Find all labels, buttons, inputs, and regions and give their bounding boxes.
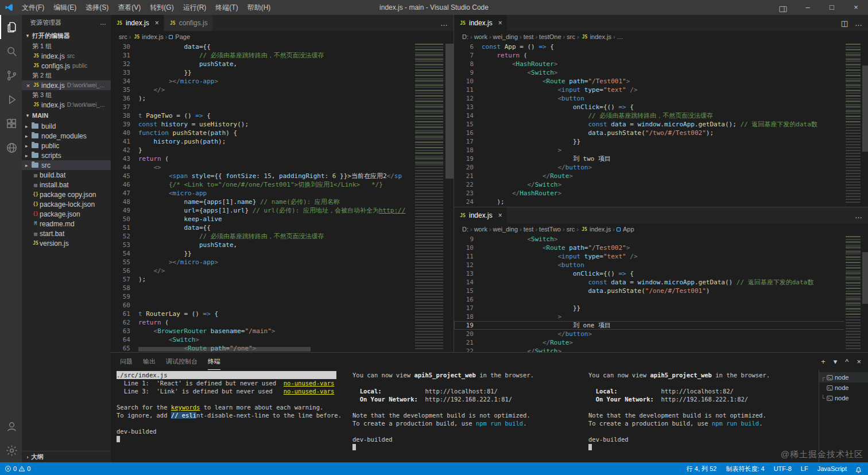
folder-item[interactable]: ▸src: [22, 160, 111, 170]
breadcrumb-item[interactable]: testTwo: [539, 226, 561, 233]
file-item[interactable]: {}package copy.json: [22, 190, 111, 199]
file-item[interactable]: {}package.json: [22, 209, 111, 219]
accounts-icon[interactable]: [0, 414, 22, 438]
more-icon[interactable]: …: [855, 211, 862, 220]
code-line[interactable]: 30 data={{: [111, 43, 454, 51]
notifications-bell-icon[interactable]: [851, 464, 862, 474]
open-editors-header[interactable]: ▾ 打开的编辑器: [22, 30, 111, 41]
code-line[interactable]: 24 );: [454, 198, 868, 206]
file-item[interactable]: JSversion.js: [22, 238, 111, 248]
panel-action[interactable]: ×: [857, 357, 861, 366]
status-item[interactable]: JavaScript: [813, 462, 851, 475]
code-line[interactable]: 10 <Route path="/Test001">: [454, 77, 868, 86]
vertical-scrollbar[interactable]: [862, 65, 868, 152]
file-item[interactable]: ▤start.bat: [22, 229, 111, 238]
status-item[interactable]: UTF-8: [769, 462, 796, 475]
code-line[interactable]: 43return (: [111, 155, 454, 163]
breadcrumb-item[interactable]: D:: [462, 33, 468, 40]
code-line[interactable]: 44 <>: [111, 163, 454, 172]
source-control-icon[interactable]: [0, 63, 22, 87]
code-line[interactable]: 21 </Route>: [454, 338, 868, 347]
folder-item[interactable]: ▸node_modules: [22, 131, 111, 141]
file-item[interactable]: {}package-lock.json: [22, 199, 111, 209]
code-line[interactable]: 59: [111, 292, 454, 301]
breadcrumb-item[interactable]: Page: [169, 33, 190, 40]
menu-item[interactable]: 文件(F): [17, 0, 49, 15]
menu-item[interactable]: 运行(R): [179, 0, 211, 15]
file-item[interactable]: ▤build.bat: [22, 170, 111, 180]
breadcrumb-item[interactable]: test: [524, 226, 534, 233]
code-line[interactable]: 34 ></micro-app>: [111, 77, 454, 86]
project-section-header[interactable]: ▾ MAIN: [22, 110, 111, 121]
code-editor[interactable]: 6const App = () => {7 return (8 <HashRou…: [454, 43, 868, 207]
code-line[interactable]: 15 const data = window.microApp.getData(…: [454, 120, 868, 129]
menu-item[interactable]: 选择(S): [81, 0, 113, 15]
code-line[interactable]: 15 data.pushState("/one/#/Test001"): [454, 287, 868, 295]
breadcrumb-item[interactable]: App: [617, 226, 634, 233]
code-line[interactable]: 60: [111, 301, 454, 310]
panel-action[interactable]: ^: [845, 357, 848, 366]
editor-tab[interactable]: JSconfigs.js: [164, 15, 213, 31]
outline-section[interactable]: › 大纲: [22, 451, 111, 462]
code-line[interactable]: 18 >: [454, 312, 868, 321]
editor-tab[interactable]: JSindex.js×: [111, 15, 164, 31]
code-line[interactable]: 61t RouterLay = () => {: [111, 310, 454, 318]
code-line[interactable]: 63 <BrowserRou­ter basename="/main">: [111, 327, 454, 335]
menu-item[interactable]: 查看(V): [113, 0, 145, 15]
breadcrumb-item[interactable]: JSindex.js: [580, 226, 611, 233]
folder-item[interactable]: ▸build: [22, 121, 111, 131]
breadcrumb-item[interactable]: test: [524, 33, 534, 40]
code-line[interactable]: 33 }}: [111, 68, 454, 77]
more-actions-icon[interactable]: …: [100, 19, 106, 26]
code-line[interactable]: 13 onClick={() => {: [454, 103, 868, 111]
code-line[interactable]: 50 keep-alive: [111, 215, 454, 223]
extensions-icon[interactable]: [0, 111, 22, 136]
terminal-list-item[interactable]: ┌node: [819, 372, 868, 383]
code-line[interactable]: 38t PageTwo = () => {: [111, 111, 454, 120]
open-editor-item[interactable]: ×JSindex.jsD:\work\wei_...: [22, 80, 111, 90]
code-line[interactable]: 18 >: [454, 146, 868, 155]
breadcrumb-item[interactable]: src: [119, 33, 127, 40]
code-line[interactable]: 21 </Route>: [454, 172, 868, 180]
breadcrumb-item[interactable]: src: [567, 226, 575, 233]
breadcrumb-item[interactable]: JSindex.js: [133, 33, 163, 40]
code-line[interactable]: 20 </button>: [454, 330, 868, 338]
code-line[interactable]: 52 // 必须由基座跳转路由，不然页面没法缓存: [111, 232, 454, 241]
menu-item[interactable]: 终端(T): [211, 0, 242, 15]
menu-item[interactable]: 帮助(H): [243, 0, 276, 15]
vertical-scrollbar[interactable]: [862, 252, 868, 304]
settings-gear-icon[interactable]: [0, 438, 22, 462]
code-line[interactable]: 49 url={apps[1].url} // url(必传): 应用地址，会被…: [111, 206, 454, 215]
code-line[interactable]: 10 <Route path="/Test002">: [454, 244, 868, 252]
close-icon[interactable]: ×: [155, 19, 159, 27]
breadcrumb-item[interactable]: wei_ding: [493, 33, 518, 40]
code-line[interactable]: 35 </>: [111, 86, 454, 94]
status-item[interactable]: LF: [796, 462, 813, 475]
code-line[interactable]: 32 pushState,: [111, 60, 454, 68]
code-line[interactable]: 13 onClick={() => {: [454, 269, 868, 278]
panel-tab[interactable]: 问题: [120, 353, 133, 370]
code-line[interactable]: 57);: [111, 275, 454, 284]
code-line[interactable]: 19 到 two 项目: [454, 155, 868, 163]
code-line[interactable]: 41 history.push(path);: [111, 137, 454, 146]
terminal-3[interactable]: You can now view apih5_project_web in th…: [583, 370, 819, 462]
code-line[interactable]: 9 <Switch>: [454, 68, 868, 77]
code-line[interactable]: 7 return (: [454, 51, 868, 60]
open-editor-item[interactable]: ×JSconfigs.jspublic: [22, 61, 111, 71]
folder-item[interactable]: ▸scripts: [22, 150, 111, 160]
code-line[interactable]: 16 data.pushState("/two/#/Test002");: [454, 129, 868, 137]
problems-status[interactable]: 0 0: [5, 462, 30, 475]
breadcrumb-item[interactable]: D:: [462, 226, 468, 233]
breadcrumb-item[interactable]: src: [567, 33, 575, 40]
code-line[interactable]: 47 <micro-app: [111, 189, 454, 198]
split-icon[interactable]: ◫: [841, 19, 848, 28]
breadcrumb-item[interactable]: wei_ding: [493, 226, 518, 233]
file-item[interactable]: Mreadme.md: [22, 219, 111, 229]
code-line[interactable]: 20 </button>: [454, 163, 868, 172]
breadcrumb-item[interactable]: work: [474, 226, 487, 233]
code-line[interactable]: 51 data={{: [111, 223, 454, 232]
breadcrumb-item[interactable]: testOne: [539, 33, 561, 40]
code-line[interactable]: 53 pushState,: [111, 241, 454, 249]
panel-tab[interactable]: 调试控制台: [166, 353, 197, 370]
open-editor-item[interactable]: ×JSindex.jsD:\work\wei_...: [22, 100, 111, 110]
